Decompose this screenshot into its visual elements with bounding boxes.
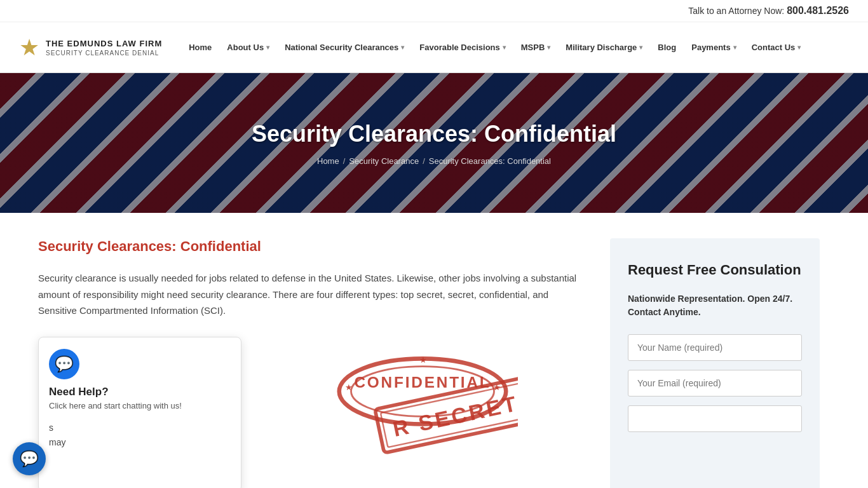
- chevron-down-icon: ▾: [733, 44, 736, 51]
- chevron-down-icon: ▾: [503, 44, 506, 51]
- logo-star-icon: ★: [19, 36, 39, 59]
- content-lower: 💬 Need Help? Click here and start chatti…: [38, 337, 585, 489]
- chevron-down-icon: ▾: [797, 44, 801, 51]
- nav-item-mspb[interactable]: MSPB▾: [513, 29, 559, 67]
- breadcrumb-current: Security Clearances: Confidential: [429, 156, 551, 166]
- content-title: Security Clearances: Confidential: [38, 238, 585, 255]
- content-area: Security Clearances: Confidential Securi…: [38, 238, 585, 488]
- nav-item-military-discharge[interactable]: Military Discharge▾: [558, 29, 650, 67]
- chevron-down-icon: ▾: [266, 44, 269, 51]
- svg-text:★: ★: [419, 355, 427, 364]
- name-input[interactable]: [628, 334, 802, 361]
- nav-item-home[interactable]: Home: [181, 29, 219, 67]
- stamp-svg: ★ ★ ★ CONFIDENTIAL R SECRET: [327, 337, 518, 464]
- breadcrumb-sep-1: /: [343, 156, 346, 166]
- chevron-down-icon: ▾: [639, 44, 642, 51]
- partial-body-text: s may: [49, 421, 231, 481]
- nav-item-national-security-clearances[interactable]: National Security Clearances▾: [277, 29, 412, 67]
- sidebar-title: Request Free Consulation: [628, 261, 802, 280]
- hero-banner: Security Clearances: Confidential Home /…: [0, 73, 868, 213]
- chevron-down-icon: ▾: [401, 44, 404, 51]
- main-nav: HomeAbout Us▾National Security Clearance…: [181, 29, 849, 67]
- logo[interactable]: ★ THE EDMUNDS LAW FIRM SECURITY CLEARANC…: [19, 36, 162, 59]
- chat-popup[interactable]: 💬 Need Help? Click here and start chatti…: [38, 337, 241, 489]
- logo-text: THE EDMUNDS LAW FIRM SECURITY CLEARANCE …: [46, 39, 162, 57]
- sidebar-subtitle: Nationwide Representation. Open 24/7. Co…: [628, 292, 802, 319]
- chevron-down-icon: ▾: [547, 44, 550, 51]
- chat-popup-heading: Need Help?: [49, 386, 231, 398]
- breadcrumb-sep-2: /: [423, 156, 425, 166]
- breadcrumb-home[interactable]: Home: [317, 156, 339, 166]
- nav-item-payments[interactable]: Payments▾: [684, 29, 743, 67]
- phone-number[interactable]: 800.481.2526: [787, 5, 849, 16]
- nav-item-about-us[interactable]: About Us▾: [219, 29, 277, 67]
- firm-sub: SECURITY CLEARANCE DENIAL: [46, 50, 162, 57]
- chat-widget-icon: 💬: [20, 450, 39, 468]
- chat-popup-subtext: Click here and start chatting with us!: [49, 401, 231, 410]
- top-bar: Talk to an Attorney Now: 800.481.2526: [0, 0, 868, 22]
- chat-bubble-icon: 💬: [49, 349, 79, 379]
- hero-title: Security Clearances: Confidential: [252, 121, 616, 147]
- breadcrumb-security-clearance[interactable]: Security Clearance: [349, 156, 419, 166]
- chat-bubble-symbol: 💬: [55, 355, 74, 373]
- main-content: Security Clearances: Confidential Securi…: [0, 213, 868, 488]
- header: ★ THE EDMUNDS LAW FIRM SECURITY CLEARANC…: [0, 22, 868, 73]
- cta-prefix: Talk to an Attorney Now:: [688, 6, 784, 16]
- email-input[interactable]: [628, 370, 802, 396]
- svg-text:★: ★: [345, 383, 353, 392]
- content-intro: Security clearance is usually needed for…: [38, 270, 585, 319]
- extra-input[interactable]: [628, 405, 802, 432]
- chat-widget[interactable]: 💬: [13, 442, 46, 475]
- stamp-area: ★ ★ ★ CONFIDENTIAL R SECRET: [261, 337, 585, 464]
- sidebar: Request Free Consulation Nationwide Repr…: [610, 238, 820, 488]
- nav-item-contact-us[interactable]: Contact Us▾: [744, 29, 809, 67]
- firm-name: THE EDMUNDS LAW FIRM: [46, 39, 162, 48]
- nav-item-blog[interactable]: Blog: [650, 29, 684, 67]
- breadcrumb: Home / Security Clearance / Security Cle…: [317, 156, 551, 166]
- nav-item-favorable-decisions[interactable]: Favorable Decisions▾: [412, 29, 513, 67]
